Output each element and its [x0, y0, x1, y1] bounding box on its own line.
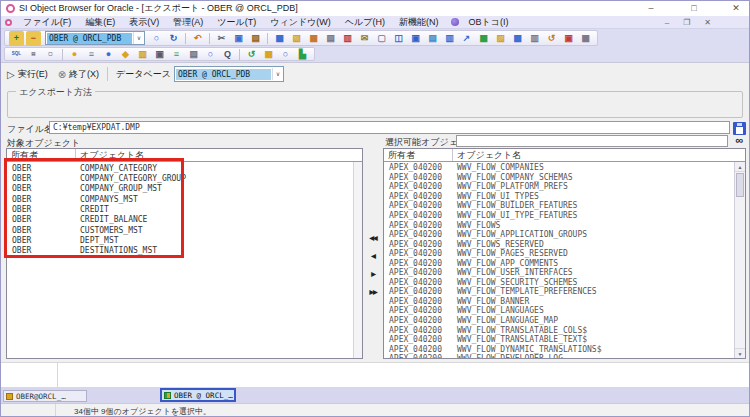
split-window-icon[interactable]: ◫ [391, 31, 406, 46]
menu-item[interactable]: ファイル(F) [16, 16, 78, 29]
mail-icon[interactable]: ✉ [357, 31, 372, 46]
roles-icon[interactable]: ≡ [84, 47, 99, 62]
chevron-down-icon[interactable]: ∨ [133, 32, 144, 44]
scroll-up-icon[interactable]: ▲ [735, 162, 745, 172]
menu-item[interactable]: ツール(T) [210, 16, 263, 29]
table-row[interactable]: APEX_040200 WWV_FLOW_TEMPLATE_PREFERENCE… [384, 287, 745, 297]
new-session-icon[interactable]: ○ [149, 31, 164, 46]
object-name-column-header[interactable]: オブジェクト名 [453, 149, 745, 162]
table-row[interactable]: APEX_040200 WWV_FLOW_TRANSLATABLE_TEXT$ [384, 335, 745, 345]
printer-icon[interactable]: ▥ [527, 31, 542, 46]
table-row[interactable]: APEX_040200 WWV_FLOWS_RESERVED [384, 239, 745, 249]
window-icon[interactable]: ▢ [374, 31, 389, 46]
table-row[interactable]: APEX_040200 WWV_FLOW_UI_TYPES [384, 192, 745, 202]
menu-item[interactable]: 管理(A) [166, 16, 210, 29]
form-icon[interactable]: ▣ [408, 31, 423, 46]
star-window-icon[interactable]: ▨ [493, 31, 508, 46]
exit-button[interactable]: 終了(X) [69, 68, 99, 81]
table-row[interactable]: APEX_040200 WWV_FLOW_UI_TYPE_FEATURES [384, 211, 745, 221]
connect-icon[interactable]: + [9, 31, 24, 46]
mdi-restore-button[interactable]: ❐ [683, 18, 690, 27]
sql-icon[interactable]: SQL [9, 47, 24, 62]
file-name-input[interactable] [49, 121, 730, 134]
table-row[interactable]: APEX_040200 WWV_FLOW_PAGES_RESERVED [384, 249, 745, 259]
rollback-icon[interactable]: ▥ [135, 47, 150, 62]
refresh-orange-icon[interactable]: ↺ [544, 31, 559, 46]
chart-icon[interactable]: ▙ [295, 47, 310, 62]
profile-icon[interactable]: ● [101, 47, 116, 62]
disconnect-icon[interactable]: − [26, 31, 41, 46]
available-scrollbar[interactable]: ▲ ▼ [734, 162, 745, 358]
table-icon[interactable]: ▦ [272, 31, 287, 46]
session-window-icon[interactable]: ▢ [43, 47, 58, 62]
undo-icon[interactable]: ↶ [190, 31, 205, 46]
find-binoculars-icon[interactable]: ∞ [732, 134, 747, 147]
mdi-minimize-button[interactable]: – [665, 18, 669, 27]
table-row[interactable]: APEX_040200 WWV_FLOW_DYNAMIC_TRANSLATION… [384, 344, 745, 354]
package-icon[interactable]: ▦ [306, 31, 321, 46]
report-icon[interactable]: ▥ [442, 31, 457, 46]
table-row[interactable]: APEX_040200 WWV_FLOW_COMPANIES [384, 163, 745, 173]
table-row[interactable]: APEX_040200 WWV_FLOW_LANGUAGES [384, 306, 745, 316]
available-filter-input[interactable] [456, 135, 728, 147]
scrollbar-thumb[interactable] [736, 173, 744, 197]
search-icon[interactable]: ○ [278, 47, 293, 62]
query-icon[interactable]: Q [220, 47, 235, 62]
run-button[interactable]: 実行(E) [18, 68, 48, 81]
table-row[interactable]: APEX_040200 WWV_FLOW_APPLICATION_GROUPS [384, 230, 745, 240]
user-icon[interactable]: ● [67, 47, 82, 62]
archive-icon[interactable]: ▦ [261, 47, 276, 62]
table-row[interactable]: APEX_040200 WWV_FLOWS [384, 220, 745, 230]
edit-window-icon[interactable]: ▣ [561, 31, 576, 46]
table-row[interactable]: APEX_040200 WWV_FLOW_COMPANY_SCHEMAS [384, 173, 745, 183]
copy-window-icon[interactable]: ▩ [510, 31, 525, 46]
table-row[interactable]: APEX_040200 WWV_FLOW_PLATFORM_PREFS [384, 182, 745, 192]
table-row[interactable]: APEX_040200 WWV_FLOW_TRANSLATABLE_COLS$ [384, 325, 745, 335]
mdi-close-button[interactable]: ✕ [704, 18, 711, 27]
table-row[interactable]: APEX_040200 WWV_FLOW_DEVELOPER_LOG [384, 354, 745, 359]
paste-icon[interactable]: ▤ [248, 31, 263, 46]
menu-item-obtoko[interactable]: OBトコ(I) [461, 16, 515, 29]
move-all-right-button[interactable]: ▶▶ [365, 286, 381, 298]
grid-gray-icon[interactable]: ▦ [578, 31, 593, 46]
close-button[interactable]: ✕ [723, 1, 749, 16]
network-icon[interactable]: ○ [203, 47, 218, 62]
view-icon[interactable]: ▤ [323, 31, 338, 46]
target-scrollbar[interactable] [353, 162, 362, 358]
table-row[interactable]: APEX_040200 WWV_FLOW_LANGUAGE_MAP [384, 316, 745, 326]
table-row[interactable]: APEX_040200 WWV_FLOW_SECURITY_SCHEMES [384, 278, 745, 288]
system-menu-icon[interactable] [5, 19, 12, 26]
tablespace-icon[interactable]: ≡ [169, 47, 184, 62]
recycle-icon[interactable]: ↺ [244, 47, 259, 62]
minimize-button[interactable]: – [638, 1, 664, 16]
refresh-icon[interactable]: ↻ [166, 31, 181, 46]
chevron-down-icon[interactable]: ∨ [272, 68, 283, 80]
menu-item[interactable]: 編集(E) [78, 16, 122, 29]
link-icon[interactable]: ↗ [459, 31, 474, 46]
move-left-button[interactable]: ◀ [365, 250, 381, 262]
menu-item[interactable]: ウィンドウ(W) [263, 16, 338, 29]
key-icon[interactable]: ▧ [289, 31, 304, 46]
copy-icon[interactable]: ▣ [231, 31, 246, 46]
database-combo[interactable]: OBER @ ORCL_PDB ∨ [45, 31, 145, 45]
script-icon[interactable]: ▤ [26, 47, 41, 62]
table-row[interactable]: APEX_040200 WWV_FLOW_BUILDER_FEATURES [384, 201, 745, 211]
table-row[interactable]: APEX_040200 WWV_FLOW_BANNER [384, 297, 745, 307]
move-right-button[interactable]: ▶ [365, 268, 381, 280]
table-row[interactable]: APEX_040200 WWV_FLOW_APP_COMMENTS [384, 258, 745, 268]
table-row[interactable]: APEX_040200 WWV_FLOW_USER_INTERFACES [384, 268, 745, 278]
menu-item[interactable]: 表示(V) [122, 16, 166, 29]
database-icon[interactable]: ▥ [340, 31, 355, 46]
mdi-tab-session[interactable]: OBER@ORCL_… [3, 390, 87, 402]
lock-icon[interactable]: ◆ [118, 47, 133, 62]
action-database-combo[interactable]: OBER @ ORCL_PDB ∨ [174, 66, 284, 82]
menu-item[interactable]: ヘルプ(H) [338, 16, 392, 29]
mdi-tab-export-active[interactable]: OBER @ ORCL_… [160, 388, 236, 402]
menu-item[interactable]: 新機能(N) [392, 16, 446, 29]
maximize-button[interactable]: □ [681, 1, 707, 16]
grid-icon[interactable]: ▤ [425, 31, 440, 46]
segment-icon[interactable]: ▣ [152, 47, 167, 62]
datafile-icon[interactable]: ▤ [186, 47, 201, 62]
owner-column-header[interactable]: 所有者 [384, 149, 453, 161]
move-all-left-button[interactable]: ◀◀ [365, 232, 381, 244]
